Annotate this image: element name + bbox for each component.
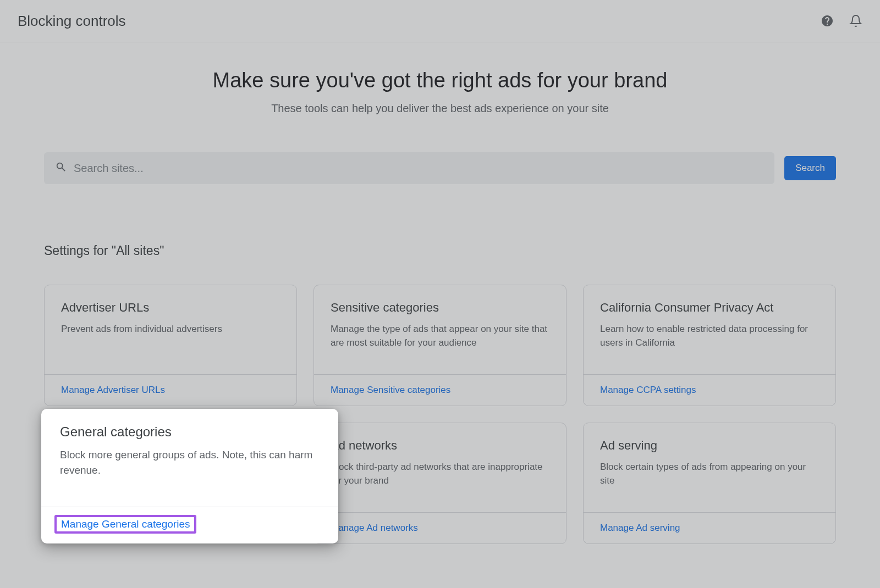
card-footer: Manage General categories: [41, 507, 338, 543]
manage-advertiser-urls-link[interactable]: Manage Advertiser URLs: [61, 385, 165, 395]
card-body: Ad serving Block certain types of ads fr…: [584, 423, 835, 512]
card-body: Ad networks Block third-party ad network…: [314, 423, 566, 512]
card-footer: Manage CCPA settings: [584, 374, 835, 406]
card-footer: Manage Ad networks: [314, 512, 566, 543]
card-sensitive-categories: Sensitive categories Manage the type of …: [314, 285, 566, 406]
card-body: Advertiser URLs Prevent ads from individ…: [45, 285, 296, 374]
hero: Make sure you've got the right ads for y…: [44, 42, 836, 115]
card-body: Sensitive categories Manage the type of …: [314, 285, 566, 374]
card-title: California Consumer Privacy Act: [600, 301, 819, 315]
card-general-categories: General categories Block more general gr…: [41, 409, 338, 543]
card-desc: Block more general groups of ads. Note, …: [60, 447, 320, 478]
card-body: General categories Block more general gr…: [41, 409, 338, 507]
card-body: California Consumer Privacy Act Learn ho…: [584, 285, 835, 374]
card-footer: Manage Sensitive categories: [314, 374, 566, 406]
notifications-icon[interactable]: [849, 14, 862, 27]
card-desc: Prevent ads from individual advertisers: [61, 323, 280, 336]
card-title: Ad networks: [331, 439, 549, 453]
header-icons: [821, 14, 862, 27]
hero-subtitle: These tools can help you deliver the bes…: [44, 102, 836, 115]
search-input[interactable]: [74, 162, 763, 175]
manage-sensitive-categories-link[interactable]: Manage Sensitive categories: [331, 385, 450, 395]
search-button[interactable]: Search: [784, 156, 836, 180]
card-title: Sensitive categories: [331, 301, 549, 315]
card-title: Advertiser URLs: [61, 301, 280, 315]
card-ccpa: California Consumer Privacy Act Learn ho…: [583, 285, 836, 406]
card-desc: Block certain types of ads from appearin…: [600, 461, 819, 487]
card-title: Ad serving: [600, 439, 819, 453]
help-icon[interactable]: [821, 14, 834, 27]
manage-ad-networks-link[interactable]: Manage Ad networks: [331, 523, 418, 533]
search-row: Search: [44, 152, 836, 184]
card-footer: Manage Advertiser URLs: [45, 374, 296, 406]
card-desc: Manage the type of ads that appear on yo…: [331, 323, 549, 350]
manage-ad-serving-link[interactable]: Manage Ad serving: [600, 523, 680, 533]
card-desc: Learn how to enable restricted data proc…: [600, 323, 819, 350]
page-title: Blocking controls: [18, 13, 126, 30]
settings-label: Settings for "All sites": [44, 243, 836, 258]
card-title: General categories: [60, 424, 320, 440]
search-icon: [55, 161, 67, 175]
highlight-box: Manage General categories: [54, 515, 196, 534]
search-box[interactable]: [44, 152, 774, 184]
manage-ccpa-link[interactable]: Manage CCPA settings: [600, 385, 696, 395]
card-ad-serving: Ad serving Block certain types of ads fr…: [583, 423, 836, 544]
card-ad-networks: Ad networks Block third-party ad network…: [314, 423, 566, 544]
card-footer: Manage Ad serving: [584, 512, 835, 543]
header: Blocking controls: [0, 0, 880, 42]
hero-title: Make sure you've got the right ads for y…: [44, 69, 836, 92]
manage-general-categories-link[interactable]: Manage General categories: [61, 518, 190, 530]
card-desc: Block third-party ad networks that are i…: [331, 461, 549, 487]
card-advertiser-urls: Advertiser URLs Prevent ads from individ…: [44, 285, 297, 406]
